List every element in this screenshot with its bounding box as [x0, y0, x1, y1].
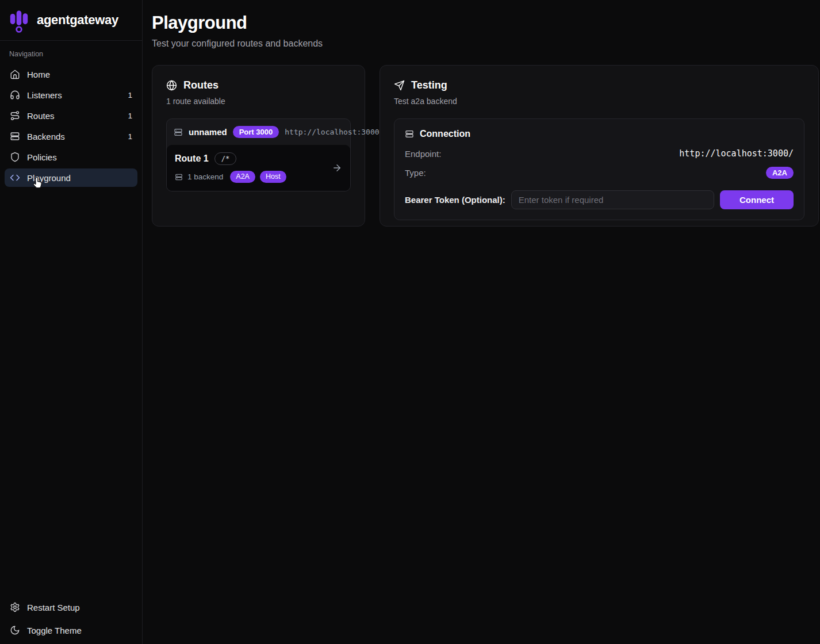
server-icon [174, 128, 183, 137]
globe-icon [166, 80, 177, 91]
sidebar-item-label: Routes [27, 111, 55, 121]
routes-card-subtitle: 1 route available [166, 97, 351, 106]
server-icon [405, 129, 414, 139]
bearer-token-label: Bearer Token (Optional): [405, 195, 505, 205]
listener-header: unnamed Port 3000 http://localhost:3000/ [167, 119, 350, 145]
restart-setup-button[interactable]: Restart Setup [5, 597, 137, 618]
route-item[interactable]: Route 1 /* 1 backend A2A Host [167, 145, 350, 191]
connection-panel: Connection Endpoint: http://localhost:30… [394, 118, 804, 220]
nav-section-label: Navigation [5, 50, 137, 65]
agentgateway-logo-icon [8, 7, 30, 33]
testing-card-title: Testing [411, 79, 447, 91]
endpoint-value: http://localhost:3000/ [679, 148, 794, 159]
cards-row: Routes 1 route available unnamed Port 30… [152, 65, 819, 227]
listener-group: unnamed Port 3000 http://localhost:3000/… [166, 118, 351, 191]
arrow-right-icon[interactable] [332, 163, 342, 173]
testing-card: Testing Test a2a backend Connection Endp… [380, 65, 819, 227]
routes-card: Routes 1 route available unnamed Port 30… [152, 65, 365, 227]
type-label: Type: [405, 168, 426, 178]
sidebar-nav: Navigation Home Listeners 1 Routes 1 [0, 41, 142, 194]
endpoint-label: Endpoint: [405, 149, 441, 159]
sidebar-item-home[interactable]: Home [5, 65, 137, 83]
type-badge: A2A [766, 167, 794, 179]
home-icon [10, 69, 20, 79]
page-title: Playground [152, 13, 819, 33]
gear-icon [10, 602, 20, 612]
sidebar-item-label: Listeners [27, 90, 62, 100]
sidebar-item-listeners[interactable]: Listeners 1 [5, 86, 137, 104]
sidebar-item-playground[interactable]: Playground [5, 168, 137, 187]
brand-name: agentgateway [37, 13, 118, 28]
sidebar: agentgateway Navigation Home Listeners 1… [0, 0, 143, 644]
connect-button[interactable]: Connect [720, 190, 794, 209]
sidebar-footer: Restart Setup Toggle Theme [0, 592, 142, 644]
restart-setup-label: Restart Setup [27, 603, 80, 612]
toggle-theme-button[interactable]: Toggle Theme [5, 620, 137, 641]
route-path-badge: /* [214, 152, 236, 165]
routes-card-header: Routes [166, 79, 351, 91]
route-name-row: Route 1 /* [175, 152, 342, 165]
server-icon [10, 131, 20, 141]
sidebar-item-label: Home [27, 70, 50, 79]
shield-icon [10, 152, 20, 162]
testing-card-subtitle: Test a2a backend [394, 97, 804, 106]
route-meta-row: 1 backend A2A Host [175, 171, 342, 183]
sidebar-item-policies[interactable]: Policies [5, 148, 137, 166]
server-icon [175, 173, 183, 181]
sidebar-item-backends[interactable]: Backends 1 [5, 127, 137, 145]
sidebar-item-label: Policies [27, 152, 57, 162]
routes-card-title: Routes [183, 79, 219, 91]
moon-icon [10, 625, 20, 635]
listener-url: http://localhost:3000/ [285, 128, 384, 136]
toggle-theme-label: Toggle Theme [27, 626, 82, 635]
sidebar-item-label: Playground [27, 173, 71, 183]
code-icon [10, 172, 20, 183]
bearer-token-row: Bearer Token (Optional): Connect [405, 190, 794, 209]
listener-name: unnamed [189, 127, 227, 137]
send-icon [394, 80, 405, 91]
route-backend-count: 1 backend [187, 172, 223, 181]
sidebar-item-routes[interactable]: Routes 1 [5, 106, 137, 125]
route-badge-host: Host [260, 171, 286, 183]
connection-title: Connection [420, 129, 470, 139]
sidebar-item-count: 1 [128, 91, 132, 99]
sidebar-spacer [0, 194, 142, 592]
listener-port-badge: Port 3000 [233, 126, 279, 138]
sidebar-item-count: 1 [128, 112, 132, 120]
brand-header: agentgateway [0, 0, 142, 41]
route-icon [10, 110, 20, 121]
main-content: Playground Test your configured routes a… [143, 0, 820, 644]
type-row: Type: A2A [405, 167, 794, 179]
bearer-token-input[interactable] [511, 190, 714, 209]
endpoint-row: Endpoint: http://localhost:3000/ [405, 148, 794, 159]
page-subtitle: Test your configured routes and backends [152, 39, 819, 49]
testing-card-header: Testing [394, 79, 804, 91]
connection-header: Connection [405, 129, 794, 139]
sidebar-item-label: Backends [27, 132, 65, 141]
sidebar-item-count: 1 [128, 132, 132, 141]
route-badge-a2a: A2A [230, 171, 255, 183]
headphones-icon [10, 90, 20, 100]
route-name: Route 1 [175, 154, 209, 164]
